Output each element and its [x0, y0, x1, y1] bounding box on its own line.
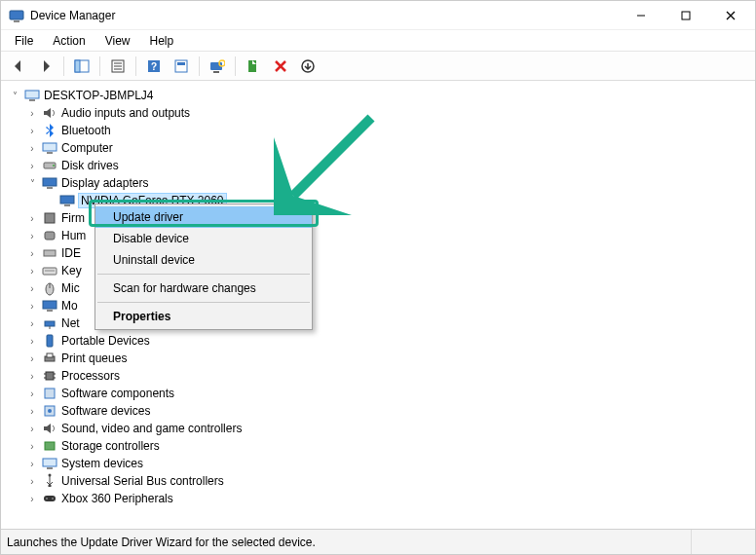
svg-rect-7 — [75, 60, 80, 72]
tree-item-system[interactable]: ›System devices — [26, 455, 755, 472]
tree-item-swdev[interactable]: ›Software devices — [26, 402, 755, 420]
expand-icon[interactable]: › — [26, 160, 38, 171]
tree-item-computer[interactable]: ›Computer — [26, 139, 755, 157]
sw-device-icon — [42, 403, 57, 419]
expand-icon[interactable]: › — [26, 142, 38, 154]
minimize-button[interactable] — [619, 1, 663, 30]
scan-hardware-button[interactable] — [206, 55, 229, 78]
tree-item-print[interactable]: ›Print queues — [26, 350, 755, 367]
help-button[interactable]: ? — [142, 55, 166, 78]
monitor-icon — [42, 298, 57, 314]
mouse-icon — [42, 280, 57, 296]
portable-icon — [42, 333, 57, 349]
expand-icon[interactable]: › — [26, 405, 38, 417]
tree-item-storage[interactable]: ›Storage controllers — [26, 437, 755, 455]
expand-icon[interactable]: › — [26, 370, 38, 382]
collapse-icon[interactable]: ˅ — [26, 177, 38, 189]
tree-item-portable[interactable]: ›Portable Devices — [26, 332, 755, 350]
context-disable-device[interactable]: Disable device — [95, 228, 312, 249]
hid-icon — [42, 228, 57, 243]
svg-rect-59 — [49, 485, 52, 487]
expand-icon[interactable]: › — [26, 265, 38, 277]
expand-icon[interactable]: › — [26, 125, 38, 136]
svg-rect-41 — [47, 310, 53, 312]
toolbar: ? — [1, 52, 755, 81]
storage-icon — [42, 438, 57, 454]
sw-component-icon — [42, 386, 57, 401]
expand-icon[interactable]: › — [26, 423, 38, 434]
expand-icon[interactable]: › — [26, 458, 38, 469]
tree-item-swcomp[interactable]: ›Software components — [26, 385, 755, 402]
computer-icon — [42, 140, 57, 156]
expand-icon[interactable]: › — [26, 300, 38, 312]
speaker-icon — [42, 421, 57, 436]
context-scan-hardware[interactable]: Scan for hardware changes — [95, 278, 312, 299]
context-separator — [97, 302, 310, 303]
close-button[interactable] — [708, 1, 753, 30]
statusbar: Launches the Update Driver Wizard for th… — [1, 529, 755, 554]
display-icon — [59, 193, 75, 208]
context-uninstall-device[interactable]: Uninstall device — [95, 249, 312, 271]
svg-rect-15 — [177, 62, 185, 65]
expand-icon[interactable]: › — [26, 282, 38, 294]
svg-rect-60 — [44, 496, 56, 501]
tree-item-xbox[interactable]: ›Xbox 360 Peripherals — [26, 490, 755, 507]
tree-item-usb[interactable]: ›Universal Serial Bus controllers — [26, 472, 755, 490]
svg-rect-1 — [14, 20, 19, 22]
display-icon — [42, 175, 57, 191]
forward-button[interactable] — [34, 55, 57, 78]
expand-icon[interactable]: › — [26, 475, 38, 487]
svg-rect-23 — [25, 91, 39, 98]
context-properties[interactable]: Properties — [95, 306, 312, 327]
system-icon — [42, 456, 57, 471]
menu-file[interactable]: File — [7, 32, 41, 50]
expand-icon[interactable]: › — [26, 388, 38, 399]
tree-item-processors[interactable]: ›Processors — [26, 367, 755, 385]
chip-icon — [42, 210, 57, 226]
properties-button[interactable] — [106, 55, 130, 78]
collapse-icon[interactable]: ˅ — [9, 90, 20, 101]
titlebar: Device Manager — [1, 1, 755, 30]
back-button[interactable] — [7, 55, 30, 78]
usb-icon — [42, 473, 57, 489]
disable-button[interactable] — [296, 55, 320, 78]
bluetooth-icon — [42, 123, 57, 138]
expand-icon[interactable]: › — [26, 247, 38, 259]
svg-rect-47 — [46, 372, 54, 380]
expand-icon[interactable]: › — [26, 352, 38, 364]
update-driver-button[interactable] — [242, 55, 265, 78]
svg-rect-24 — [29, 99, 35, 101]
uninstall-button[interactable] — [269, 55, 292, 78]
menubar: File Action View Help — [1, 30, 755, 52]
tree-item-sound[interactable]: ›Sound, video and game controllers — [26, 420, 755, 437]
tree-root[interactable]: ˅ DESKTOP-JBMPLJ4 — [9, 87, 755, 104]
menu-action[interactable]: Action — [45, 32, 93, 50]
svg-rect-0 — [10, 11, 23, 19]
show-hide-console-button[interactable] — [70, 55, 94, 78]
svg-rect-56 — [43, 459, 57, 466]
expand-icon[interactable]: › — [26, 440, 38, 452]
svg-rect-42 — [45, 321, 55, 326]
app-icon — [9, 8, 24, 23]
keyboard-icon — [42, 263, 57, 278]
menu-view[interactable]: View — [97, 32, 138, 50]
tree-item-bluetooth[interactable]: ›Bluetooth — [26, 122, 755, 139]
svg-rect-46 — [47, 353, 53, 357]
expand-icon[interactable]: › — [26, 212, 38, 224]
expand-icon[interactable]: › — [26, 317, 38, 329]
context-update-driver[interactable]: Update driver — [95, 206, 312, 228]
action-button[interactable] — [170, 55, 193, 78]
maximize-button[interactable] — [663, 1, 708, 30]
tree-item-disk[interactable]: ›Disk drives — [26, 157, 755, 174]
tree-item-audio[interactable]: ›Audio inputs and outputs — [26, 104, 755, 122]
svg-rect-32 — [64, 204, 70, 206]
tree-item-display[interactable]: ˅Display adapters — [26, 174, 755, 192]
disk-icon — [42, 158, 57, 173]
expand-icon[interactable]: › — [26, 335, 38, 347]
expand-icon[interactable]: › — [26, 230, 38, 241]
menu-help[interactable]: Help — [142, 32, 182, 50]
expand-icon[interactable]: › — [26, 107, 38, 119]
svg-rect-29 — [43, 178, 57, 186]
context-separator — [97, 274, 310, 275]
expand-icon[interactable]: › — [26, 493, 38, 504]
